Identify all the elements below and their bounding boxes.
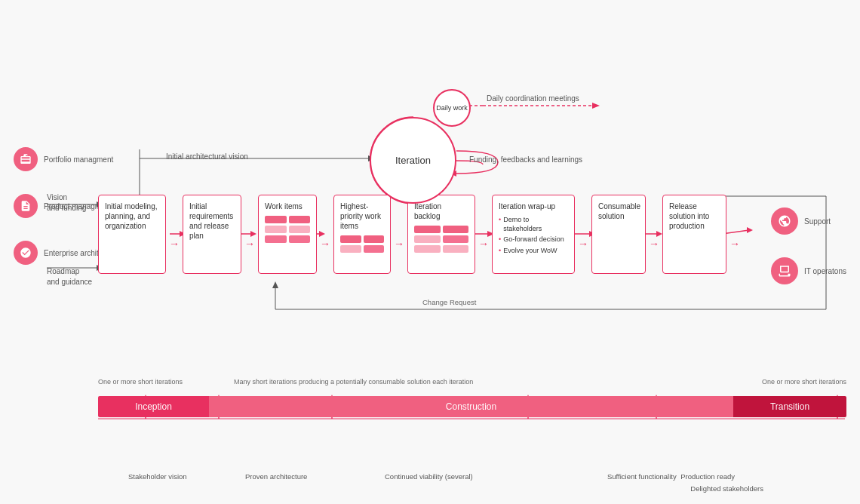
highest-priority-box: Highest-priority workitems <box>333 195 391 274</box>
daily-work-label: Daily work <box>436 104 468 112</box>
process-boxes-row: Initial modeling,planning, andorganizati… <box>98 195 743 274</box>
change-request-label: Change Request <box>422 298 476 306</box>
phase-label-construction: Many short iterations producing a potent… <box>234 378 473 386</box>
work-items-bars <box>265 216 310 243</box>
it-operations-label: IT operatons <box>804 267 846 275</box>
svg-marker-2 <box>592 103 600 109</box>
arrow-5-6: → <box>475 238 492 250</box>
svg-marker-27 <box>272 281 278 288</box>
inception-phase-bar: Inception <box>98 396 209 417</box>
enterprise-icon <box>14 241 38 265</box>
iteration-backlog-bars <box>414 226 468 253</box>
daily-coordination-label: Daily coordination meetings <box>487 94 579 103</box>
portfolio-icon <box>14 147 38 171</box>
iteration-backlog-box: Iteration backlog <box>407 195 475 274</box>
milestone-stakeholder: Stakeholder vision <box>128 472 187 481</box>
phase-label-inception: One or more short iterations <box>98 378 183 386</box>
roadmap-guidance-label: Roadmapand guidance <box>47 266 92 287</box>
milestone-continued: Continued viability (several) <box>385 472 473 481</box>
phase-label-transition: One or more short iterations <box>726 378 846 386</box>
phase-bars: Inception Construction Transition <box>98 396 846 417</box>
release-solution-box: Releasesolution intoproduction <box>662 195 726 274</box>
svg-marker-24 <box>747 227 753 233</box>
it-operations-icon <box>771 257 798 284</box>
arrow-2-3: → <box>241 238 258 250</box>
construction-phase-bar: Construction <box>209 396 733 417</box>
support-icon-group: Support <box>771 207 846 235</box>
iteration-wrapup-title: Iteration wrap-up <box>499 201 568 211</box>
iteration-backlog-title: Iteration backlog <box>414 201 468 221</box>
it-operations-icon-group: IT operatons <box>771 257 846 284</box>
initial-requirements-box: Initialrequirementsand releaseplan <box>183 195 241 274</box>
bullet-demo: • Demo to stakeholders <box>499 216 568 233</box>
support-label: Support <box>804 217 831 226</box>
initial-modeling-box: Initial modeling,planning, andorganizati… <box>98 195 166 274</box>
right-icons-group: Support IT operatons <box>771 207 846 284</box>
work-items-title: Work items <box>265 201 310 211</box>
vision-funding-label: Visionand funding <box>47 192 92 214</box>
milestone-delighted: Delighted stakeholders <box>690 484 763 493</box>
arrow-6-7: → <box>575 238 591 250</box>
arrow-7-8: → <box>646 238 662 250</box>
left-labels: Visionand funding Roadmapand guidance <box>47 192 92 287</box>
iteration-circle: Iteration <box>370 117 456 204</box>
consumable-solution-box: Consumablesolution <box>591 195 646 274</box>
product-icon <box>14 194 38 218</box>
arrow-4-5: → <box>391 238 407 250</box>
daily-work-area: Daily work <box>433 89 471 127</box>
diagram-container: Portfolio managment Product managment En… <box>0 0 860 504</box>
initial-modeling-title: Initial modeling,planning, andorganizati… <box>105 201 159 231</box>
bullet-goforward: • Go-forward decision <box>499 235 568 244</box>
initial-arch-label: Initial architectural vision <box>166 152 248 161</box>
transition-phase-bar: Transition <box>733 396 846 417</box>
arrow-1-2: → <box>166 238 183 250</box>
daily-work-circle: Daily work <box>433 89 471 127</box>
work-items-box: Work items <box>258 195 317 274</box>
funding-feedbacks-label: Funding, feedbacks and learnings <box>469 155 582 165</box>
arrow-8-support: → <box>726 238 743 250</box>
milestone-proven: Proven architecture <box>245 472 307 481</box>
milestone-sufficient: Sufficient functionality <box>607 472 677 481</box>
consumable-solution-title: Consumablesolution <box>598 201 639 221</box>
milestone-production: Production ready <box>680 472 735 481</box>
bullet-wow: • Evolve your WoW <box>499 247 568 256</box>
release-solution-title: Releasesolution intoproduction <box>669 201 720 231</box>
support-icon <box>771 207 798 235</box>
arrow-3-4: → <box>317 238 333 250</box>
iteration-label: Iteration <box>395 155 431 166</box>
portfolio-icon-group: Portfolio managment <box>14 147 120 171</box>
highest-priority-title: Highest-priority workitems <box>340 201 384 231</box>
portfolio-label: Portfolio managment <box>44 155 113 164</box>
highest-priority-bars <box>340 235 384 253</box>
iteration-wrapup-box: Iteration wrap-up • Demo to stakeholders… <box>492 195 575 274</box>
initial-requirements-title: Initialrequirementsand releaseplan <box>189 201 235 241</box>
